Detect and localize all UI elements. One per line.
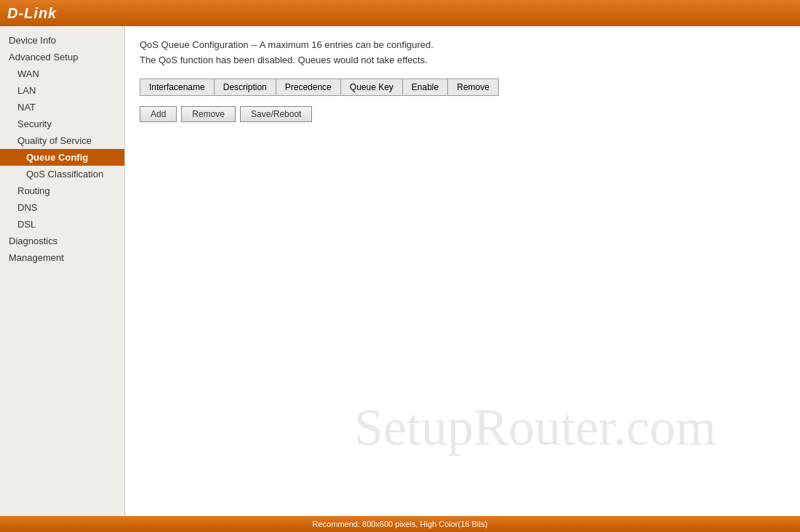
sidebar: Device InfoAdvanced SetupWANLANNATSecuri… xyxy=(0,26,125,516)
sidebar-item-device-info[interactable]: Device Info xyxy=(0,32,124,49)
col-header-precedence: Precedence xyxy=(276,78,340,95)
header: D-Link xyxy=(0,0,800,26)
add-button[interactable]: Add xyxy=(140,106,177,122)
sidebar-item-lan[interactable]: LAN xyxy=(0,82,124,99)
sidebar-item-routing[interactable]: Routing xyxy=(0,182,124,199)
sidebar-item-quality-of-service[interactable]: Quality of Service xyxy=(0,132,124,149)
sidebar-item-security[interactable]: Security xyxy=(0,116,124,132)
remove-button[interactable]: Remove xyxy=(181,106,236,122)
sidebar-item-management[interactable]: Management xyxy=(0,249,124,266)
dlink-logo: D-Link xyxy=(7,5,57,22)
queue-config-table: InterfacenameDescriptionPrecedenceQueue … xyxy=(140,78,499,96)
col-header-queue-key: Queue Key xyxy=(340,78,402,95)
sidebar-item-dsl[interactable]: DSL xyxy=(0,216,124,233)
footer: Recommend: 800x600 pixels, High Color(16… xyxy=(0,516,800,532)
sidebar-item-queue-config[interactable]: Queue Config xyxy=(0,149,124,166)
col-header-interfacename: Interfacename xyxy=(140,78,215,95)
sidebar-item-advanced-setup[interactable]: Advanced Setup xyxy=(0,49,124,65)
sidebar-item-wan[interactable]: WAN xyxy=(0,65,124,82)
watermark: SetupRouter.com xyxy=(271,398,800,458)
main-content: QoS Queue Configuration -- A maximum 16 … xyxy=(125,26,800,516)
table-header-row: InterfacenameDescriptionPrecedenceQueue … xyxy=(140,78,499,95)
main-layout: Device InfoAdvanced SetupWANLANNATSecuri… xyxy=(0,26,800,516)
sidebar-item-nat[interactable]: NAT xyxy=(0,99,124,116)
sidebar-item-qos-classification[interactable]: QoS Classification xyxy=(0,166,124,182)
save-reboot-button[interactable]: Save/Reboot xyxy=(240,106,312,122)
col-header-description: Description xyxy=(214,78,276,95)
sidebar-item-dns[interactable]: DNS xyxy=(0,199,124,216)
action-buttons: Add Remove Save/Reboot xyxy=(140,106,785,122)
col-header-remove: Remove xyxy=(448,78,499,95)
info-text: QoS Queue Configuration -- A maximum 16 … xyxy=(140,38,785,68)
col-header-enable: Enable xyxy=(402,78,447,95)
sidebar-item-diagnostics[interactable]: Diagnostics xyxy=(0,233,124,249)
